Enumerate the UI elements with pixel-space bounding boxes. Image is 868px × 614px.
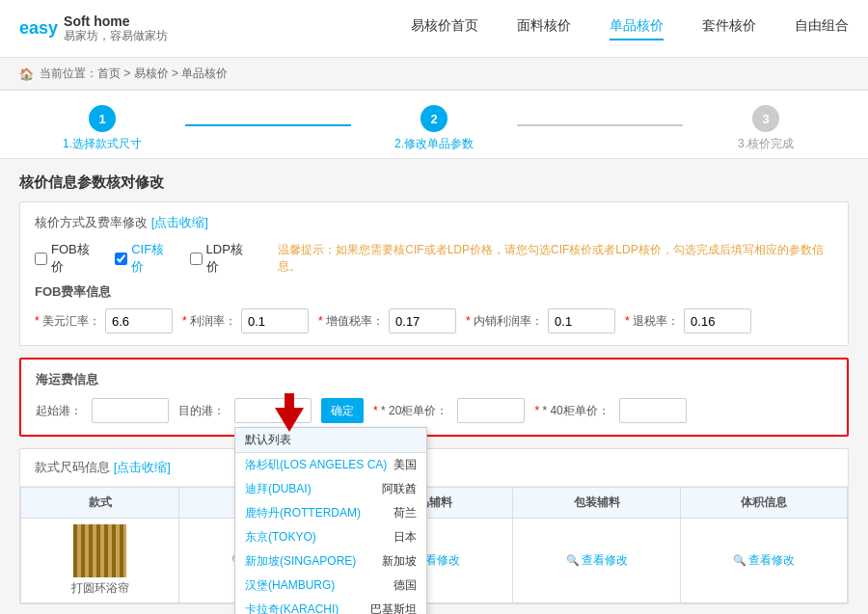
warning-text: 温馨提示：如果您需要核CIF或者LDP价格，请您勾选CIF核价或者LDP核价，勾… [278,242,833,275]
shipping-title: 海运费信息 [36,371,832,388]
country-6: 巴基斯坦 [370,601,417,614]
style-collapse-link[interactable]: [点击收缩] [114,460,171,474]
ldp-checkbox[interactable] [190,253,203,265]
country-3: 日本 [393,529,417,546]
step-3-label: 3.核价完成 [738,136,794,158]
port-dropdown-menu: 默认列表 洛杉矶(LOS ANGELES CA) 美国 迪拜(DUBAI) 阿联… [234,427,427,614]
port-name-1: 迪拜(DUBAI) [245,481,312,497]
price-40-input[interactable] [619,398,687,423]
logo-brand: Soft home [64,13,168,29]
from-port-label: 起始港： [36,403,82,419]
dropdown-item-6[interactable]: 卡拉奇(KARACHI) 巴基斯坦 [235,598,426,614]
col-pkg: 包装辅料 [513,488,680,519]
country-1: 阿联酋 [382,481,417,497]
search-icon-pkg: 🔍 [566,554,580,567]
logo-easy: easy [19,18,58,39]
style-cell: 打圆环浴帘 [21,519,179,603]
shipping-row: 起始港： 目的港： 默认列表 洛杉矶(LOS ANGELES CA) 美国 迪拜… [36,398,832,423]
profit-rate-field: 利润率： [182,308,309,334]
country-0: 美国 [393,457,417,473]
fob-checkbox[interactable] [35,253,47,265]
country-4: 新加坡 [382,553,417,570]
fob-section-title: FOB费率信息 [35,283,833,301]
style-name: 打圆环浴帘 [26,580,174,597]
dropdown-item-3[interactable]: 东京(TOKYO) 日本 [235,525,426,549]
svg-marker-0 [275,393,304,432]
style-table: 款式 单品类型 单品辅料 包装辅料 体积信息 打圆环浴帘 🔍 [20,487,848,603]
breadcrumb-text: 当前位置：首页 > 易核价 > 单品核价 [40,66,228,82]
port-name-3: 东京(TOKYO) [245,529,316,546]
vat-field: 增值税率： [318,308,456,334]
style-card-header: 款式尺码信息 [点击收缩] [20,449,848,487]
checkbox-row: FOB核价 CIF核价 LDP核价 温馨提示：如果您需要核CIF或者LDP价格，… [35,241,833,276]
domestic-profit-field: 内销利润率： [466,308,615,334]
style-header-label: 款式尺码信息 [35,460,110,474]
col-style: 款式 [21,488,179,519]
port-name-0: 洛杉矶(LOS ANGELES CA) [245,457,387,473]
breadcrumb: 🏠 当前位置：首页 > 易核价 > 单品核价 [0,58,868,91]
ldp-label: LDP核价 [206,241,255,276]
main-nav: 易核价首页 面料核价 单品核价 套件核价 自由组合 [411,17,849,40]
vol-link[interactable]: 🔍 查看修改 [686,552,842,569]
nav-free[interactable]: 自由组合 [795,17,849,40]
nav-home[interactable]: 易核价首页 [411,17,478,40]
usd-rate-field: 美元汇率： [35,308,173,334]
cost-card: 核价方式及费率修改 [点击收缩] FOB核价 CIF核价 LDP核价 温馨提示：… [19,201,849,346]
product-image [73,524,126,577]
cost-card-header: 核价方式及费率修改 [点击收缩] [35,214,833,231]
steps: 1 1.选择款式尺寸 2 2.修改单品参数 3 3.核价完成 [19,105,849,158]
price-40-label: * 40柜单价： [534,403,609,419]
confirm-button[interactable]: 确定 [321,398,364,423]
main-content: 核价信息参数核对修改 核价方式及费率修改 [点击收缩] FOB核价 CIF核价 … [0,159,868,614]
fob-form-row: 美元汇率： 利润率： 增值税率： 内销利润率： 退税率： [35,308,833,334]
pkg-link[interactable]: 🔍 查看修改 [518,552,674,569]
step-line-1 [185,124,351,126]
usd-rate-input[interactable] [105,308,173,334]
nav-single[interactable]: 单品核价 [610,17,664,40]
price-20-input[interactable] [457,398,525,423]
cif-check-item: CIF核价 [115,241,175,276]
dropdown-item-1[interactable]: 迪拜(DUBAI) 阿联酋 [235,477,426,501]
step-1-label: 1.选择款式尺寸 [63,136,142,158]
pkg-action-label: 查看修改 [582,552,628,569]
dropdown-item-2[interactable]: 鹿特丹(ROTTERDAM) 荷兰 [235,501,426,525]
port-name-5: 汉堡(HAMBURG) [245,577,335,594]
ldp-check-item: LDP核价 [190,241,255,276]
profit-rate-label: 利润率： [182,313,236,330]
step-2-circle: 2 [420,105,448,132]
vat-label: 增值税率： [318,313,384,330]
cif-label: CIF核价 [131,241,175,276]
step-2-label: 2.修改单品参数 [394,136,474,158]
step-3-circle: 3 [752,105,779,132]
fob-check-item: FOB核价 [35,241,100,276]
nav-fabric[interactable]: 面料核价 [517,17,571,40]
to-port-label: 目的港： [178,403,225,419]
tax-rebate-label: 退税率： [625,313,679,330]
step-3: 3 3.核价完成 [683,105,849,158]
domestic-profit-label: 内销利润率： [466,313,543,330]
vol-action-label: 查看修改 [748,552,795,569]
tax-rebate-field: 退税率： [625,308,751,334]
search-icon-vol: 🔍 [733,554,746,567]
port-name-2: 鹿特丹(ROTTERDAM) [245,505,361,521]
cost-header-label: 核价方式及费率修改 [35,215,148,229]
from-port-input[interactable] [92,398,169,423]
dropdown-item-5[interactable]: 汉堡(HAMBURG) 德国 [235,574,426,598]
domestic-profit-input[interactable] [548,308,615,334]
cif-checkbox[interactable] [115,253,127,265]
dropdown-item-4[interactable]: 新加坡(SINGAPORE) 新加坡 [235,549,426,574]
page-title: 核价信息参数核对修改 [19,174,849,192]
tax-rebate-input[interactable] [684,308,751,334]
logo: easy Soft home 易家坊，容易做家坊 [19,13,168,44]
profit-rate-input[interactable] [241,308,309,334]
table-row: 打圆环浴帘 🔍 查看修改 🔍 查看修改 [21,519,848,603]
style-card: 款式尺码信息 [点击收缩] 款式 单品类型 单品辅料 包装辅料 体积信息 打圆环… [19,448,849,604]
vat-input[interactable] [389,308,456,334]
header: easy Soft home 易家坊，容易做家坊 易核价首页 面料核价 单品核价… [0,0,868,58]
dropdown-header: 默认列表 [235,428,426,453]
cost-collapse-link[interactable]: [点击收缩] [151,215,208,229]
dropdown-item-0[interactable]: 洛杉矶(LOS ANGELES CA) 美国 [235,453,426,477]
step-1-circle: 1 [89,105,116,132]
logo-slogan: 易家坊，容易做家坊 [64,29,168,44]
nav-suite[interactable]: 套件核价 [702,17,756,40]
